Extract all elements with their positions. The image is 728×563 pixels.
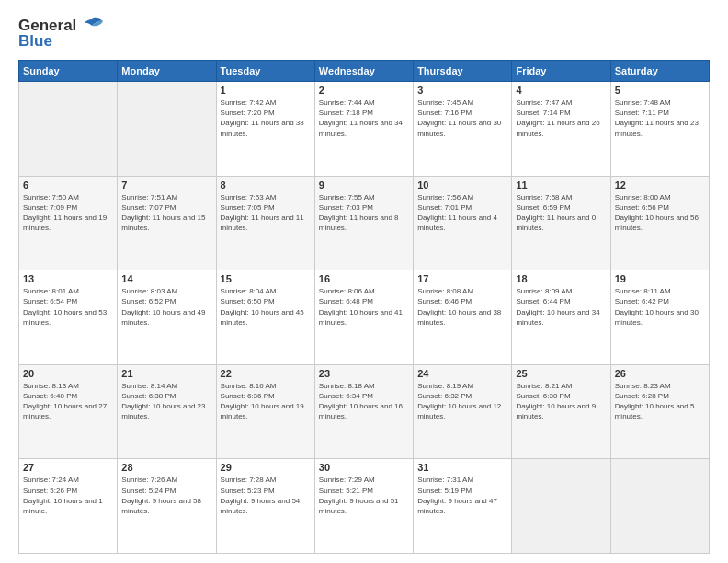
day-number: 24 (417, 368, 507, 379)
calendar-cell: 8Sunrise: 7:53 AMSunset: 7:05 PMDaylight… (216, 176, 314, 270)
day-number: 21 (121, 368, 211, 379)
day-info: Sunrise: 7:45 AMSunset: 7:16 PMDaylight:… (417, 98, 507, 139)
logo-blue-text: Blue (18, 32, 52, 51)
calendar-cell: 19Sunrise: 8:11 AMSunset: 6:42 PMDayligh… (610, 270, 709, 365)
calendar-cell: 23Sunrise: 8:18 AMSunset: 6:34 PMDayligh… (314, 364, 413, 459)
day-info: Sunrise: 8:06 AMSunset: 6:48 PMDaylight:… (319, 286, 409, 327)
day-number: 13 (23, 273, 113, 284)
calendar-cell: 27Sunrise: 7:24 AMSunset: 5:26 PMDayligh… (19, 459, 118, 554)
calendar-cell: 25Sunrise: 8:21 AMSunset: 6:30 PMDayligh… (512, 364, 610, 459)
calendar-cell: 1Sunrise: 7:42 AMSunset: 7:20 PMDaylight… (216, 82, 314, 177)
calendar-cell: 21Sunrise: 8:14 AMSunset: 6:38 PMDayligh… (118, 364, 216, 459)
day-info: Sunrise: 8:14 AMSunset: 6:38 PMDaylight:… (121, 381, 211, 422)
day-info: Sunrise: 8:08 AMSunset: 6:46 PMDaylight:… (417, 286, 507, 327)
day-number: 26 (615, 368, 705, 379)
calendar-cell (19, 82, 118, 177)
day-number: 1 (221, 85, 311, 96)
day-info: Sunrise: 8:00 AMSunset: 6:56 PMDaylight:… (615, 192, 705, 234)
day-info: Sunrise: 7:55 AMSunset: 7:03 PMDaylight:… (319, 192, 409, 234)
day-number: 4 (516, 85, 606, 96)
day-info: Sunrise: 7:48 AMSunset: 7:11 PMDaylight:… (615, 98, 705, 139)
calendar-cell: 30Sunrise: 7:29 AMSunset: 5:21 PMDayligh… (314, 459, 413, 554)
day-number: 18 (516, 273, 606, 284)
day-info: Sunrise: 8:01 AMSunset: 6:54 PMDaylight:… (23, 286, 113, 327)
day-info: Sunrise: 8:11 AMSunset: 6:42 PMDaylight:… (615, 286, 705, 327)
calendar-cell: 9Sunrise: 7:55 AMSunset: 7:03 PMDaylight… (314, 176, 413, 270)
day-info: Sunrise: 8:13 AMSunset: 6:40 PMDaylight:… (23, 381, 113, 422)
day-number: 27 (23, 462, 113, 473)
calendar-cell: 29Sunrise: 7:28 AMSunset: 5:23 PMDayligh… (216, 459, 314, 554)
calendar-cell: 26Sunrise: 8:23 AMSunset: 6:28 PMDayligh… (610, 364, 709, 459)
day-number: 2 (319, 85, 409, 96)
page: General Blue SundayMondayTuesdayWednesda… (0, 0, 728, 563)
day-info: Sunrise: 8:23 AMSunset: 6:28 PMDaylight:… (615, 381, 705, 422)
calendar-cell: 14Sunrise: 8:03 AMSunset: 6:52 PMDayligh… (118, 270, 216, 365)
calendar-cell: 18Sunrise: 8:09 AMSunset: 6:44 PMDayligh… (512, 270, 610, 365)
calendar-header-thursday: Thursday (414, 61, 512, 82)
calendar-cell: 20Sunrise: 8:13 AMSunset: 6:40 PMDayligh… (19, 364, 118, 459)
header: General Blue (18, 17, 710, 51)
day-number: 7 (121, 179, 211, 190)
calendar-cell: 7Sunrise: 7:51 AMSunset: 7:07 PMDaylight… (118, 176, 216, 270)
day-number: 31 (417, 462, 507, 473)
day-info: Sunrise: 7:47 AMSunset: 7:14 PMDaylight:… (516, 98, 606, 139)
day-number: 19 (615, 273, 705, 284)
day-number: 25 (516, 368, 606, 379)
day-number: 8 (221, 179, 311, 190)
day-number: 20 (23, 368, 113, 379)
day-number: 10 (417, 179, 507, 190)
day-number: 23 (319, 368, 409, 379)
calendar-cell: 17Sunrise: 8:08 AMSunset: 6:46 PMDayligh… (414, 270, 512, 365)
calendar-cell: 2Sunrise: 7:44 AMSunset: 7:18 PMDaylight… (314, 82, 413, 177)
calendar-cell: 22Sunrise: 8:16 AMSunset: 6:36 PMDayligh… (216, 364, 314, 459)
week-row-4: 20Sunrise: 8:13 AMSunset: 6:40 PMDayligh… (19, 364, 710, 459)
calendar-header-row: SundayMondayTuesdayWednesdayThursdayFrid… (19, 61, 710, 82)
day-number: 11 (516, 179, 606, 190)
calendar-cell: 4Sunrise: 7:47 AMSunset: 7:14 PMDaylight… (512, 82, 610, 177)
day-info: Sunrise: 8:16 AMSunset: 6:36 PMDaylight:… (221, 381, 311, 422)
day-info: Sunrise: 8:04 AMSunset: 6:50 PMDaylight:… (221, 286, 311, 327)
calendar-cell (118, 82, 216, 177)
calendar-cell: 13Sunrise: 8:01 AMSunset: 6:54 PMDayligh… (19, 270, 118, 365)
calendar-header-saturday: Saturday (610, 61, 709, 82)
day-number: 5 (615, 85, 705, 96)
calendar-cell: 28Sunrise: 7:26 AMSunset: 5:24 PMDayligh… (118, 459, 216, 554)
day-info: Sunrise: 7:50 AMSunset: 7:09 PMDaylight:… (23, 192, 113, 234)
calendar-cell (512, 459, 610, 554)
calendar-cell: 6Sunrise: 7:50 AMSunset: 7:09 PMDaylight… (19, 176, 118, 270)
day-info: Sunrise: 7:31 AMSunset: 5:19 PMDaylight:… (417, 475, 507, 516)
day-info: Sunrise: 8:09 AMSunset: 6:44 PMDaylight:… (516, 286, 606, 327)
day-info: Sunrise: 7:56 AMSunset: 7:01 PMDaylight:… (417, 192, 507, 234)
calendar-cell: 15Sunrise: 8:04 AMSunset: 6:50 PMDayligh… (216, 270, 314, 365)
calendar-cell: 3Sunrise: 7:45 AMSunset: 7:16 PMDaylight… (414, 82, 512, 177)
calendar-cell (610, 459, 709, 554)
day-number: 30 (319, 462, 409, 473)
day-info: Sunrise: 7:29 AMSunset: 5:21 PMDaylight:… (319, 475, 409, 516)
day-number: 6 (23, 179, 113, 190)
calendar-header-sunday: Sunday (19, 61, 118, 82)
week-row-1: 1Sunrise: 7:42 AMSunset: 7:20 PMDaylight… (19, 82, 710, 177)
calendar-header-monday: Monday (118, 61, 216, 82)
calendar-cell: 10Sunrise: 7:56 AMSunset: 7:01 PMDayligh… (414, 176, 512, 270)
day-number: 3 (417, 85, 507, 96)
week-row-5: 27Sunrise: 7:24 AMSunset: 5:26 PMDayligh… (19, 459, 710, 554)
week-row-2: 6Sunrise: 7:50 AMSunset: 7:09 PMDaylight… (19, 176, 710, 270)
day-number: 17 (417, 273, 507, 284)
day-info: Sunrise: 8:19 AMSunset: 6:32 PMDaylight:… (417, 381, 507, 422)
day-number: 15 (221, 273, 311, 284)
day-info: Sunrise: 8:03 AMSunset: 6:52 PMDaylight:… (121, 286, 211, 327)
week-row-3: 13Sunrise: 8:01 AMSunset: 6:54 PMDayligh… (19, 270, 710, 365)
day-number: 12 (615, 179, 705, 190)
day-number: 22 (221, 368, 311, 379)
calendar-header-wednesday: Wednesday (314, 61, 413, 82)
day-info: Sunrise: 7:28 AMSunset: 5:23 PMDaylight:… (221, 475, 311, 516)
calendar-cell: 31Sunrise: 7:31 AMSunset: 5:19 PMDayligh… (414, 459, 512, 554)
day-number: 29 (221, 462, 311, 473)
day-info: Sunrise: 7:42 AMSunset: 7:20 PMDaylight:… (221, 98, 311, 139)
day-info: Sunrise: 7:26 AMSunset: 5:24 PMDaylight:… (121, 475, 211, 516)
calendar-cell: 11Sunrise: 7:58 AMSunset: 6:59 PMDayligh… (512, 176, 610, 270)
calendar-cell: 24Sunrise: 8:19 AMSunset: 6:32 PMDayligh… (414, 364, 512, 459)
day-info: Sunrise: 7:53 AMSunset: 7:05 PMDaylight:… (221, 192, 311, 234)
calendar-cell: 5Sunrise: 7:48 AMSunset: 7:11 PMDaylight… (610, 82, 709, 177)
day-info: Sunrise: 8:18 AMSunset: 6:34 PMDaylight:… (319, 381, 409, 422)
